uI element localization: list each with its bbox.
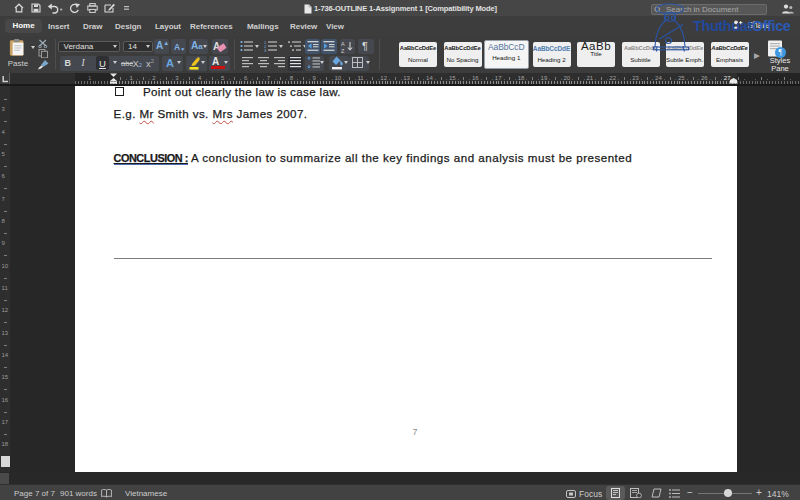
svg-text:A: A xyxy=(341,41,345,47)
svg-text:Z: Z xyxy=(341,47,345,53)
svg-text:3: 3 xyxy=(264,48,267,52)
